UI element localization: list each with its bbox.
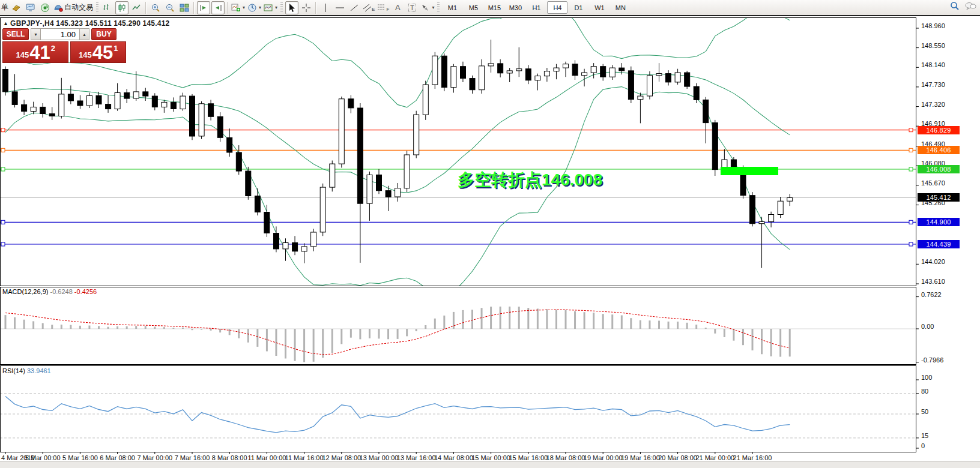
- time-axis-label: 15 Mar 16:00: [509, 454, 548, 461]
- time-axis-label: 13 Mar 16:00: [397, 454, 436, 461]
- axis-tick-label: 0: [921, 442, 925, 449]
- symbol-ohlc-text: GBPJPY-,H4 145.323 145.511 145.290 145.4…: [10, 19, 169, 28]
- axis-tick-label: 147.320: [921, 101, 945, 108]
- sell-price-main: 41: [29, 44, 50, 61]
- axis-tick-label: 148.960: [921, 22, 945, 29]
- time-axis-label: 13 Mar 00:00: [360, 454, 399, 461]
- status-strip: [0, 461, 980, 468]
- price-level-label: 144.439: [918, 240, 960, 248]
- time-axis-label: 20 Mar 08:00: [658, 454, 697, 461]
- volume-input[interactable]: 1.00: [41, 28, 79, 40]
- axis-tick-label: 80: [921, 388, 928, 395]
- time-axis-label: 6 Mar 08:00: [100, 454, 135, 461]
- axis-tick-label: 147.730: [921, 81, 945, 88]
- time-axis-label: 11 Mar 00:00: [247, 454, 286, 461]
- axis-tick-label: 144.020: [921, 258, 945, 265]
- time-axis-label: 12 Mar 08:00: [322, 454, 361, 461]
- price-level-label: 146.829: [918, 126, 960, 134]
- price-level-label: 146.406: [918, 146, 960, 154]
- macd-main-value: -0.6248: [50, 288, 72, 295]
- macd-indicator-label: MACD(12,26,9) -0.6248 -0.4256: [2, 288, 97, 295]
- time-axis-label: 21 Mar 16:00: [733, 454, 772, 461]
- buy-price-main: 45: [92, 44, 113, 61]
- time-axis-label: 21 Mar 00:00: [695, 454, 734, 461]
- buy-price-prefix: 145: [79, 50, 92, 59]
- axis-tick-label: 15: [921, 432, 928, 439]
- pivot-annotation-text: 多空转折点146.008: [458, 169, 602, 191]
- time-axis-label: 8 Mar 08:00: [212, 454, 247, 461]
- price-level-label: 145.412: [918, 193, 960, 202]
- axis-tick-label: 100: [921, 374, 932, 381]
- time-axis-label: 19 Mar 00:00: [584, 454, 623, 461]
- price-level-label: 146.008: [918, 165, 960, 173]
- axis-tick-label: -0.7966: [921, 356, 943, 364]
- macd-name: MACD(12,26,9): [2, 288, 48, 295]
- one-click-trade-panel: SELL ▼ 1.00 ▲ BUY 145 41 2 145 45 1: [2, 28, 126, 63]
- time-axis-label: 5 Mar 16:00: [62, 454, 98, 461]
- axis-tick-label: 0.7622: [921, 291, 942, 298]
- time-axis-label: 15 Mar 00:00: [471, 454, 510, 461]
- axis-tick-label: 148.550: [921, 42, 945, 49]
- axis-tick-label: 148.140: [921, 61, 945, 68]
- rsi-indicator-label: RSI(14) 33.9461: [2, 367, 51, 374]
- time-axis-label: 19 Mar 16:00: [621, 454, 660, 461]
- sell-button[interactable]: SELL: [2, 28, 29, 40]
- price-level-label: 144.900: [918, 218, 960, 226]
- buy-price-pip: 1: [113, 44, 118, 53]
- buy-button[interactable]: BUY: [91, 28, 116, 40]
- chart-canvas[interactable]: 148.960148.550148.140147.730147.320146.9…: [0, 0, 980, 468]
- time-axis-label: 7 Mar 16:00: [175, 454, 210, 461]
- mt4-window: { "toolbar": { "order_label": "单", "auto…: [0, 0, 980, 468]
- symbol-info: ▲GBPJPY-,H4 145.323 145.511 145.290 145.…: [3, 19, 169, 28]
- volume-increase-button[interactable]: ▲: [79, 28, 89, 40]
- rsi-value: 33.9461: [27, 367, 51, 374]
- sell-price-prefix: 145: [16, 50, 29, 59]
- axis-tick-label: 0.00: [921, 323, 934, 330]
- buy-price-button[interactable]: 145 45 1: [70, 41, 126, 63]
- volume-decrease-button[interactable]: ▼: [31, 28, 41, 40]
- macd-signal-value: -0.4256: [74, 288, 97, 295]
- axis-tick-label: 143.610: [921, 278, 945, 285]
- time-axis-label: 11 Mar 16:00: [285, 454, 324, 461]
- sell-price-button[interactable]: 145 41 2: [2, 41, 68, 63]
- symbol-marker-icon: ▲: [3, 20, 8, 26]
- time-axis-label: 18 Mar 08:00: [546, 454, 585, 461]
- rsi-name: RSI(14): [2, 367, 25, 374]
- axis-tick-label: 145.670: [921, 179, 945, 187]
- time-axis-label: 14 Mar 08:00: [434, 454, 473, 461]
- time-axis-label: 7 Mar 00:00: [137, 454, 172, 461]
- time-axis-label: 5 Mar 00:00: [25, 454, 61, 461]
- volume-stepper: ▼ 1.00 ▲: [31, 28, 89, 40]
- sell-price-pip: 2: [51, 44, 55, 53]
- axis-tick-label: 50: [921, 408, 928, 415]
